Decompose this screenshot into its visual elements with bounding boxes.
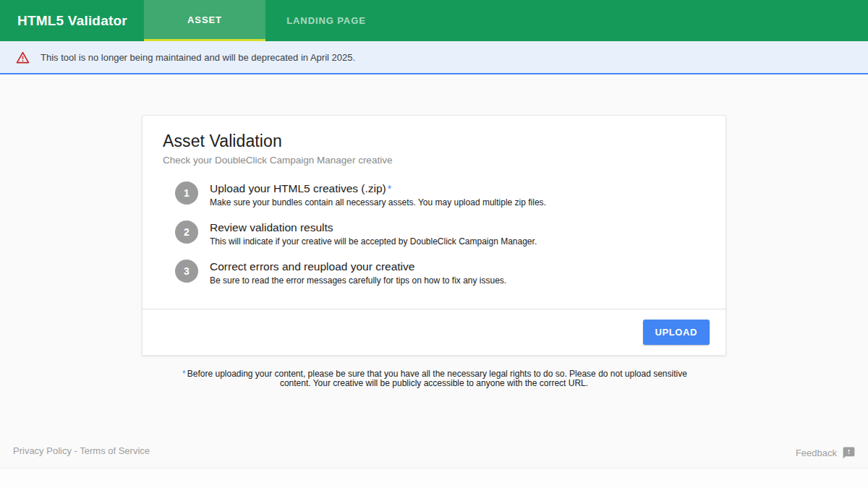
step-title: Upload your HTML5 creatives (.zip)* xyxy=(210,182,546,195)
step-description: Make sure your bundles contain all neces… xyxy=(210,197,546,207)
warning-triangle-icon xyxy=(16,51,30,64)
card-title: Asset Validation xyxy=(163,132,705,151)
step-title: Review validation results xyxy=(210,221,537,234)
step-review: 2 Review validation results This will in… xyxy=(175,221,705,247)
privacy-policy-link[interactable]: Privacy Policy xyxy=(13,445,72,456)
page-bottom-strip xyxy=(0,468,868,488)
tab-asset[interactable]: ASSET xyxy=(144,0,265,41)
step-number-badge: 3 xyxy=(175,260,198,283)
feedback-label: Feedback xyxy=(796,448,837,458)
card-actions: UPLOAD xyxy=(142,309,726,355)
tab-asset-label: ASSET xyxy=(187,14,222,25)
app-title: HTML5 Validator xyxy=(0,0,144,41)
tab-landing-page[interactable]: LANDING PAGE xyxy=(265,0,387,41)
footnote-asterisk: * xyxy=(182,369,186,379)
footer-separator: - xyxy=(72,445,80,456)
footnote-text: Before uploading your content, please be… xyxy=(187,369,687,388)
terms-of-service-link[interactable]: Terms of Service xyxy=(80,445,150,456)
feedback-button[interactable]: Feedback xyxy=(796,446,856,460)
step-correct: 3 Correct errors and reupload your creat… xyxy=(175,260,705,286)
step-description: Be sure to read the error messages caref… xyxy=(210,275,506,286)
step-number-badge: 1 xyxy=(175,181,198,205)
step-description: This will indicate if your creative will… xyxy=(210,236,537,247)
deprecation-message: This tool is no longer being maintained … xyxy=(41,52,355,63)
card-subtitle: Check your DoubleClick Campaign Manager … xyxy=(163,155,705,166)
required-asterisk: * xyxy=(388,183,391,194)
feedback-icon xyxy=(842,446,856,460)
deprecation-banner: This tool is no longer being maintained … xyxy=(0,41,868,74)
legal-footnote: *Before uploading your content, please b… xyxy=(176,369,692,388)
step-title: Correct errors and reupload your creativ… xyxy=(210,260,506,273)
tab-landing-page-label: LANDING PAGE xyxy=(286,15,366,26)
step-upload: 1 Upload your HTML5 creatives (.zip)* Ma… xyxy=(175,181,705,207)
steps-list: 1 Upload your HTML5 creatives (.zip)* Ma… xyxy=(163,181,705,286)
asset-validation-card: Asset Validation Check your DoubleClick … xyxy=(142,115,726,356)
step-number-badge: 2 xyxy=(175,221,198,244)
app-header: HTML5 Validator ASSET LANDING PAGE xyxy=(0,0,868,41)
upload-button[interactable]: UPLOAD xyxy=(643,320,710,345)
footer-links: Privacy Policy - Terms of Service xyxy=(13,445,150,456)
